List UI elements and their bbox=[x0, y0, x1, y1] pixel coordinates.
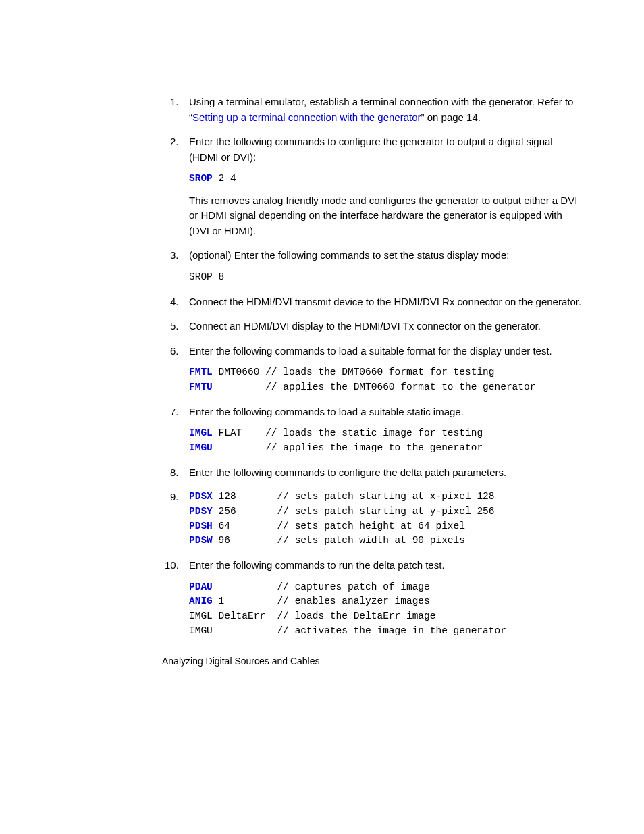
code-text: SROP 8 bbox=[189, 271, 224, 282]
code-block: IMGL FLAT // loads the static image for … bbox=[189, 426, 583, 456]
code-text: 128 // sets patch starting at x-pixel 12… bbox=[213, 491, 495, 502]
code-block: PDSX 128 // sets patch starting at x-pix… bbox=[189, 490, 583, 548]
step-6: 6. Enter the following commands to load … bbox=[162, 344, 583, 395]
xref-link[interactable]: Setting up a terminal connection with th… bbox=[192, 111, 421, 123]
code-keyword: SROP bbox=[189, 173, 213, 184]
code-text: 1 // enables analyzer images bbox=[213, 596, 430, 606]
code-text: 96 // sets patch width at 90 pixels bbox=[213, 535, 465, 546]
code-text: DMT0660 // loads the DMT0660 format for … bbox=[213, 367, 495, 377]
step-5: 5. Connect an HDMI/DVI display to the HD… bbox=[162, 319, 583, 334]
code-keyword: IMGL bbox=[189, 427, 213, 438]
code-text: 64 // sets patch height at 64 pixel bbox=[213, 521, 465, 531]
step-1: 1. Using a terminal emulator, establish … bbox=[162, 95, 583, 125]
step-number: 3. bbox=[170, 248, 179, 263]
code-keyword: FMTU bbox=[189, 382, 213, 392]
code-keyword: PDSH bbox=[189, 521, 213, 531]
step-number: 9. bbox=[170, 490, 179, 505]
document-page: 1. Using a terminal emulator, establish … bbox=[0, 0, 644, 699]
step-4: 4. Connect the HDMI/DVI transmit device … bbox=[162, 294, 583, 310]
code-keyword: PDSW bbox=[189, 535, 213, 546]
code-text: 2 4 bbox=[213, 173, 236, 184]
step-number: 1. bbox=[170, 95, 179, 110]
step-number: 6. bbox=[170, 344, 179, 359]
code-block: SROP 2 4 bbox=[189, 172, 583, 186]
page-footer: Analyzing Digital Sources and Cables bbox=[162, 656, 319, 667]
code-text: FLAT // loads the static image for testi… bbox=[213, 427, 483, 438]
step-7: 7. Enter the following commands to load … bbox=[162, 405, 583, 456]
step-text: Enter the following commands to run the … bbox=[189, 559, 445, 571]
code-text: // applies the DMT0660 format to the gen… bbox=[213, 382, 536, 392]
step-3: 3. (optional) Enter the following comman… bbox=[162, 248, 583, 284]
step-number: 2. bbox=[170, 134, 179, 150]
code-keyword: IMGU bbox=[189, 442, 213, 453]
step-10: 10. Enter the following commands to run … bbox=[162, 558, 583, 639]
code-keyword: ANIG bbox=[189, 596, 213, 606]
step-text: Enter the following commands to configur… bbox=[189, 467, 506, 478]
step-9: 9. PDSX 128 // sets patch starting at x-… bbox=[162, 490, 583, 548]
step-number: 7. bbox=[170, 405, 179, 420]
code-keyword: PDSX bbox=[189, 491, 213, 502]
step-8: 8. Enter the following commands to confi… bbox=[162, 465, 583, 481]
code-text: // applies the image to the generator bbox=[213, 442, 483, 453]
code-text: // captures patch of image bbox=[213, 581, 430, 592]
code-keyword: PDSY bbox=[189, 506, 213, 517]
step-text: Enter the following commands to load a s… bbox=[189, 345, 552, 357]
step-text: Enter the following commands to configur… bbox=[189, 136, 553, 163]
step-text: Connect the HDMI/DVI transmit device to … bbox=[189, 296, 581, 307]
code-text: IMGU // activates the image in the gener… bbox=[189, 625, 506, 636]
step-text: Enter the following commands to load a s… bbox=[189, 406, 464, 417]
code-block: SROP 8 bbox=[189, 270, 583, 285]
step-number: 4. bbox=[170, 294, 179, 310]
step-number: 8. bbox=[170, 465, 179, 481]
step-2: 2. Enter the following commands to confi… bbox=[162, 134, 583, 238]
step-number: 5. bbox=[170, 319, 179, 334]
step-number: 10. bbox=[165, 558, 179, 573]
code-text: IMGL DeltaErr // loads the DeltaErr imag… bbox=[189, 610, 435, 621]
step-text: (optional) Enter the following commands … bbox=[189, 249, 509, 261]
code-block: FMTL DMT0660 // loads the DMT0660 format… bbox=[189, 365, 583, 395]
step-text: Connect an HDMI/DVI display to the HDMI/… bbox=[189, 320, 541, 332]
code-keyword: FMTL bbox=[189, 367, 213, 377]
step-text: This removes analog friendly mode and co… bbox=[189, 194, 577, 236]
code-keyword: PDAU bbox=[189, 581, 213, 592]
steps-list: 1. Using a terminal emulator, establish … bbox=[162, 95, 583, 639]
code-text: 256 // sets patch starting at y-pixel 25… bbox=[213, 506, 495, 517]
code-block: PDAU // captures patch of image ANIG 1 /… bbox=[189, 580, 583, 639]
step-text: Using a terminal emulator, establish a t… bbox=[189, 96, 573, 123]
